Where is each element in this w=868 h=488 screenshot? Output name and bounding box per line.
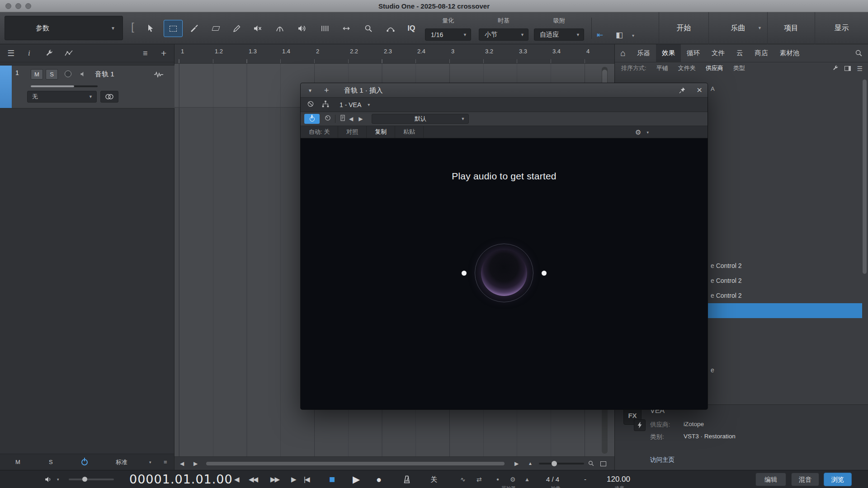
home-icon[interactable]: ⌂ — [615, 44, 631, 62]
listen-tool-button[interactable] — [292, 20, 311, 37]
precount-wave-icon[interactable]: ∿ — [460, 470, 466, 488]
plugin-power-button[interactable] — [304, 114, 320, 124]
previous-preset-button[interactable]: ◀ — [349, 116, 353, 122]
zoom-slider-thumb[interactable] — [552, 461, 557, 466]
transport-time-display[interactable]: 00001.01.01.00 — [129, 470, 233, 488]
orb-left-handle[interactable] — [462, 271, 467, 276]
pin-icon[interactable] — [679, 87, 686, 96]
gear-icon[interactable]: ⚙ — [635, 128, 641, 136]
zoom-slider[interactable] — [539, 463, 584, 465]
nav-project-button[interactable]: 项目 — [767, 12, 815, 44]
zoom-magnifier-icon[interactable] — [588, 460, 594, 469]
mix-view-button[interactable]: 混音 — [791, 473, 819, 486]
panel-toggle-icon[interactable] — [844, 66, 851, 71]
chevron-down-icon[interactable]: ▾ — [632, 33, 634, 38]
monitor-volume-slider[interactable] — [69, 479, 114, 480]
footer-mode-dropdown[interactable]: 标准 — [116, 454, 127, 470]
knob-mode-icon[interactable] — [324, 114, 331, 123]
scroll-left-button[interactable]: ◀ — [180, 457, 184, 470]
footer-power-button[interactable] — [81, 459, 88, 467]
paste-button[interactable]: 粘贴 — [395, 126, 424, 138]
hamburger-menu-icon[interactable]: ☰ — [7, 44, 14, 62]
track-solo-button[interactable]: S — [46, 69, 58, 80]
swap-arrows-icon[interactable]: ⇄ — [476, 470, 482, 488]
metronome-state[interactable]: 关 — [430, 470, 437, 488]
rewind-button[interactable]: ◀◀ — [249, 470, 257, 488]
eraser-tool-button[interactable] — [206, 20, 225, 37]
next-marker-button[interactable]: ▶ — [291, 470, 296, 488]
chevron-down-icon[interactable]: ▾ — [57, 470, 59, 488]
plugin-slot-dropdown[interactable]: 1 - VEA — [340, 101, 361, 108]
tab-shop[interactable]: 商店 — [749, 44, 774, 62]
timeline-ruler[interactable]: 1 1.2 1.3 1.4 2 2.2 2.3 2.4 3 3.2 3.3 3.… — [175, 44, 614, 64]
params-dropdown[interactable]: 参数 ▼ — [5, 16, 123, 40]
browse-view-button[interactable]: 浏览 — [824, 473, 852, 486]
dot-indicator-icon[interactable]: ● — [496, 470, 499, 488]
preset-dropdown[interactable]: 默认 ▼ — [372, 114, 469, 124]
track-volume-slider[interactable] — [31, 85, 98, 87]
nav-song-button[interactable]: 乐曲 ▼ — [708, 12, 767, 44]
transform-tool-button[interactable] — [381, 20, 400, 37]
tab-pool[interactable]: 素材池 — [774, 44, 806, 62]
automation-toggle[interactable]: 自动: 关 — [301, 126, 338, 138]
triangle-icon[interactable]: ▲ — [524, 470, 530, 488]
footer-mute-button[interactable]: M — [15, 454, 20, 470]
wrench-icon[interactable] — [45, 49, 53, 59]
edit-view-button[interactable]: 编辑 — [755, 473, 786, 486]
play-button[interactable]: ▶ — [353, 470, 360, 488]
fast-forward-button[interactable]: ▶▶ — [270, 470, 279, 488]
chevron-down-icon[interactable]: ▼ — [308, 88, 312, 93]
plugin-window[interactable]: ▼ + 音轨 1 · 插入 × 1 - VEA ▾ — [301, 83, 708, 409]
sort-folder-option[interactable]: 文件夹 — [678, 64, 696, 72]
bend-tool-button[interactable] — [270, 20, 289, 37]
copy-button[interactable]: 复制 — [367, 126, 395, 138]
record-arm-button[interactable] — [65, 70, 71, 77]
record-button[interactable]: ● — [376, 470, 382, 488]
range-tool-button[interactable] — [164, 20, 183, 37]
scroll-right-button[interactable]: ▶ — [193, 457, 198, 470]
monitor-speaker-icon[interactable] — [44, 475, 52, 485]
chevron-down-icon[interactable]: ▾ — [149, 454, 151, 470]
automation-icon[interactable] — [64, 49, 73, 60]
track-mute-button[interactable]: M — [31, 69, 43, 80]
visit-homepage-link[interactable]: 访问主页 — [650, 456, 675, 464]
global-bypass-icon[interactable] — [307, 100, 314, 109]
track-view-button[interactable]: ◧ — [616, 30, 623, 40]
mute-tool-button[interactable] — [248, 20, 267, 37]
footer-solo-button[interactable]: S — [49, 454, 53, 470]
volume-slider-thumb[interactable] — [82, 477, 87, 482]
track-name[interactable]: 音轨 1 — [95, 70, 114, 79]
track-input-dropdown[interactable]: 无 ▼ — [27, 91, 97, 103]
follow-playhead-button[interactable]: ▶ — [514, 457, 519, 470]
sort-type-option[interactable]: 类型 — [733, 64, 745, 72]
tab-effects[interactable]: 效果 — [656, 44, 681, 62]
snap-dropdown[interactable]: 自适应 ▼ — [534, 28, 584, 41]
zoom-full-icon[interactable] — [600, 461, 606, 466]
close-icon[interactable]: × — [697, 83, 702, 97]
autoscroll-toggle[interactable]: ⇤ — [597, 30, 603, 40]
zoom-up-button[interactable]: ▲ — [528, 457, 533, 470]
browser-scrollbar[interactable] — [863, 76, 867, 398]
quantize-dropdown[interactable]: 1/16 ▼ — [425, 28, 471, 41]
nav-start-button[interactable]: 开始 — [659, 12, 708, 44]
search-icon[interactable] — [855, 49, 863, 59]
sort-vendor-option[interactable]: 供应商 — [706, 64, 723, 72]
inspector-icon[interactable]: i — [28, 44, 30, 62]
plugin-window-header[interactable]: ▼ + 音轨 1 · 插入 × — [301, 83, 708, 98]
tab-loops[interactable]: 循环 — [681, 44, 706, 62]
preset-file-icon[interactable] — [339, 114, 346, 123]
loop-back-button[interactable]: ◀ — [234, 470, 239, 488]
list-view-icon[interactable]: ☰ — [857, 65, 863, 72]
chevron-down-icon[interactable]: ▾ — [646, 130, 649, 135]
arrow-tool-button[interactable] — [141, 20, 160, 37]
vea-orb-control[interactable] — [481, 250, 527, 296]
zoom-tool-button[interactable] — [359, 20, 378, 37]
tab-instruments[interactable]: 乐器 — [631, 44, 656, 62]
input-quantize-toggle[interactable]: IQ — [401, 20, 421, 37]
timestretch-tool-button[interactable] — [316, 20, 335, 37]
metronome-icon[interactable] — [402, 475, 411, 486]
track-list-icon[interactable]: ≡ — [143, 44, 148, 62]
stereo-mode-button[interactable] — [100, 91, 118, 103]
scrub-tool-button[interactable] — [337, 20, 356, 37]
routing-icon[interactable] — [321, 100, 330, 110]
